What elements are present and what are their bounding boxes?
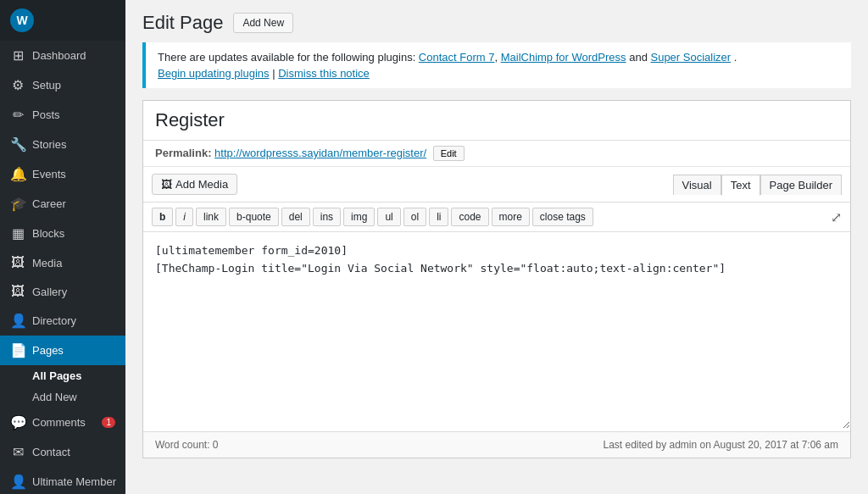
editor-textarea[interactable] (143, 232, 850, 429)
fmt-code[interactable]: code (451, 208, 488, 226)
page-header: Edit Page Add New (125, 0, 868, 42)
add-media-button[interactable]: 🖼 Add Media (152, 174, 237, 195)
sidebar-item-blocks[interactable]: ▦ Blocks (0, 219, 125, 248)
fmt-more[interactable]: more (492, 208, 530, 226)
sidebar-item-setup[interactable]: ⚙ Setup (0, 70, 125, 100)
sidebar-item-label: Gallery (32, 286, 67, 298)
sidebar-item-gallery[interactable]: 🖼 Gallery (0, 277, 125, 306)
sidebar-sub-add-new[interactable]: Add New (0, 386, 125, 408)
career-icon: 🎓 (10, 196, 25, 212)
contact-icon: ✉ (10, 444, 25, 460)
sidebar-item-comments[interactable]: 💬 Comments 1 (0, 408, 125, 437)
fmt-italic[interactable]: i (175, 208, 193, 226)
notice-message: There are updates available for the foll… (158, 51, 839, 64)
permalink-url[interactable]: http://wordpresss.sayidan/member-registe… (214, 147, 426, 159)
fmt-bold[interactable]: b (152, 208, 173, 226)
fmt-ol[interactable]: ol (403, 208, 426, 226)
page-title-input[interactable] (143, 101, 850, 141)
plugin3-link[interactable]: Super Socializer (650, 51, 731, 64)
blocks-icon: ▦ (10, 225, 25, 241)
sidebar-item-ultimate[interactable]: 👤 Ultimate Member (0, 467, 125, 494)
notice-actions: Begin updating plugins | Dismiss this no… (158, 67, 839, 80)
tab-visual[interactable]: Visual (673, 175, 721, 195)
fmt-close-tags[interactable]: close tags (532, 208, 593, 226)
sidebar-item-label: Stories (32, 138, 66, 151)
fmt-li[interactable]: li (429, 208, 448, 226)
sidebar-item-career[interactable]: 🎓 Career (0, 189, 125, 219)
word-count: Word count: 0 (155, 439, 218, 451)
permalink-row: Permalink: http://wordpresss.sayidan/mem… (143, 141, 850, 167)
fmt-link[interactable]: link (196, 208, 226, 226)
fullscreen-button[interactable]: ⤢ (831, 209, 842, 225)
sidebar-item-directory[interactable]: 👤 Directory (0, 306, 125, 336)
sidebar-item-label: Contact (32, 446, 70, 458)
sidebar-item-stories[interactable]: 🔧 Stories (0, 130, 125, 159)
sidebar-item-label: Career (32, 197, 66, 210)
sidebar-item-label: Blocks (32, 227, 64, 240)
begin-updating-link[interactable]: Begin updating plugins (158, 67, 270, 80)
main-content: Edit Page Add New There are updates avai… (125, 0, 868, 494)
notice-text-start: There are updates available for the foll… (158, 51, 419, 64)
add-new-button[interactable]: Add New (233, 13, 293, 33)
wp-logo: W (10, 8, 34, 32)
sidebar-sub-all-pages[interactable]: All Pages (0, 365, 125, 386)
notice-text-end: . (734, 51, 737, 64)
sidebar-item-posts[interactable]: ✏ Posts (0, 100, 125, 130)
comments-icon: 💬 (10, 414, 25, 430)
sidebar-item-label: Posts (32, 108, 60, 121)
tab-text[interactable]: Text (721, 175, 760, 196)
add-media-icon: 🖼 (161, 178, 172, 191)
sidebar-item-label: Pages (32, 344, 64, 357)
sidebar-item-label: Directory (32, 314, 76, 327)
fmt-bquote[interactable]: b-quote (229, 208, 279, 226)
dismiss-notice-link[interactable]: Dismiss this notice (278, 67, 370, 80)
pages-icon: 📄 (10, 342, 25, 358)
fmt-img[interactable]: img (343, 208, 375, 226)
add-media-label: Add Media (175, 178, 228, 191)
sidebar-item-media[interactable]: 🖼 Media (0, 248, 125, 277)
sidebar-logo: W (0, 0, 125, 41)
dashboard-icon: ⊞ (10, 47, 25, 64)
plugin2-link[interactable]: MailChimp for WordPress (501, 51, 626, 64)
page-title: Edit Page (142, 12, 223, 34)
fmt-ul[interactable]: ul (377, 208, 400, 226)
directory-icon: 👤 (10, 313, 25, 329)
last-edited: Last edited by admin on August 20, 2017 … (603, 439, 838, 451)
events-icon: 🔔 (10, 166, 25, 182)
tab-page-builder[interactable]: Page Builder (760, 175, 842, 195)
sidebar: W ⊞ Dashboard ⚙ Setup ✏ Posts 🔧 Stories … (0, 0, 125, 494)
sidebar-item-label: Ultimate Member (32, 475, 116, 488)
sidebar-item-dashboard[interactable]: ⊞ Dashboard (0, 41, 125, 70)
sidebar-item-label: Media (32, 257, 62, 269)
editor-container: Permalink: http://wordpresss.sayidan/mem… (142, 100, 851, 458)
format-buttons-row: b i link b-quote del ins img ul ol li co… (143, 203, 850, 232)
stories-icon: 🔧 (10, 136, 25, 153)
tab-group: Visual Text Page Builder (673, 175, 842, 195)
posts-icon: ✏ (10, 107, 25, 123)
permalink-label: Permalink: (155, 147, 211, 159)
editor-footer: Word count: 0 Last edited by admin on Au… (143, 431, 850, 458)
sidebar-item-label: Events (32, 168, 66, 180)
media-icon: 🖼 (10, 255, 25, 270)
sidebar-item-contact[interactable]: ✉ Contact (0, 437, 125, 467)
sidebar-item-label: Setup (32, 79, 61, 92)
setup-icon: ⚙ (10, 77, 25, 93)
plugin1-link[interactable]: Contact Form 7 (419, 51, 495, 64)
sidebar-item-label: Comments (32, 416, 86, 429)
permalink-edit-button[interactable]: Edit (433, 146, 465, 161)
update-notice: There are updates available for the foll… (142, 42, 851, 88)
fmt-del[interactable]: del (281, 208, 310, 226)
toolbar-left: 🖼 Add Media (152, 174, 237, 195)
comments-badge: 1 (102, 417, 115, 428)
editor-toolbar: 🖼 Add Media Visual Text Page Builder (143, 167, 850, 203)
sidebar-item-label: Dashboard (32, 49, 86, 62)
fmt-ins[interactable]: ins (313, 208, 341, 226)
gallery-icon: 🖼 (10, 284, 25, 299)
sidebar-item-pages[interactable]: 📄 Pages (0, 336, 125, 365)
sidebar-item-events[interactable]: 🔔 Events (0, 159, 125, 189)
ultimate-icon: 👤 (10, 474, 25, 490)
